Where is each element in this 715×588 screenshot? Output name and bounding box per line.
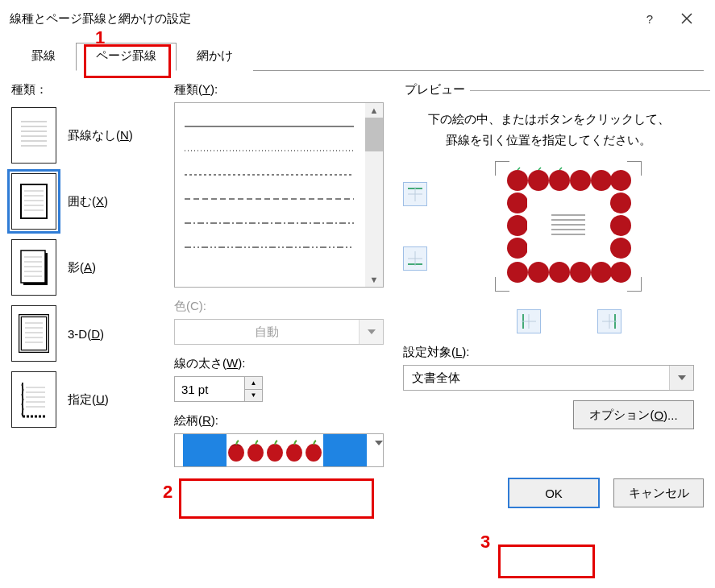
preview-page[interactable] — [500, 166, 637, 287]
setting-custom-thumb — [11, 371, 56, 428]
border-top-toggle[interactable] — [403, 182, 427, 206]
setting-shadow-label: 影(A) — [68, 260, 96, 275]
color-dropdown[interactable]: 自動 — [174, 319, 384, 345]
width-spinner[interactable]: 31 pt ▲ ▼ — [174, 376, 263, 402]
tab-border[interactable]: 罫線 — [11, 43, 76, 71]
style-label: 種類(Y): — [174, 82, 384, 97]
tab-page-border[interactable]: ページ罫線 — [76, 43, 177, 71]
style-scrollbar[interactable]: ▲ ▼ — [365, 103, 383, 287]
svg-point-50 — [528, 170, 549, 191]
svg-point-39 — [247, 444, 264, 462]
svg-point-61 — [507, 193, 528, 213]
setting-none-label: 罫線なし(N) — [68, 128, 133, 143]
svg-rect-20 — [20, 316, 48, 351]
tab-shading[interactable]: 網かけ — [177, 43, 253, 71]
art-dropdown[interactable] — [174, 433, 384, 467]
setting-none-thumb — [11, 107, 56, 164]
apply-to-value: 文書全体 — [404, 371, 669, 386]
art-label: 絵柄(R): — [174, 413, 384, 429]
svg-point-53 — [591, 170, 612, 191]
cancel-button[interactable]: キャンセル — [613, 478, 704, 507]
border-right-toggle[interactable] — [597, 309, 621, 333]
border-left-toggle[interactable] — [517, 309, 541, 333]
svg-point-60 — [610, 262, 631, 283]
style-dash-fine[interactable] — [185, 163, 355, 187]
svg-point-40 — [267, 444, 283, 462]
setting-custom[interactable]: 指定(U) — [11, 366, 164, 433]
setting-custom-label: 指定(U) — [68, 392, 109, 408]
preview-page-content-icon — [527, 193, 609, 259]
svg-point-59 — [591, 262, 612, 283]
chevron-down-icon — [669, 366, 693, 390]
style-dashdot[interactable] — [185, 211, 355, 235]
svg-point-65 — [610, 215, 631, 236]
chevron-down-icon — [359, 320, 383, 344]
svg-point-63 — [507, 238, 528, 259]
chevron-down-icon — [375, 434, 383, 466]
annotation-number-3: 3 — [480, 532, 490, 553]
apply-to-label: 設定対象(L): — [403, 345, 694, 360]
setting-none[interactable]: 罫線なし(N) — [11, 102, 164, 168]
style-dash[interactable] — [185, 187, 355, 211]
spinner-up-icon[interactable]: ▲ — [245, 377, 262, 390]
setting-box-thumb — [11, 173, 56, 230]
width-value[interactable]: 31 pt — [175, 383, 244, 396]
width-label: 線の太さ(W): — [174, 356, 384, 371]
svg-point-58 — [570, 262, 591, 283]
svg-line-68 — [538, 168, 541, 170]
svg-point-62 — [507, 215, 528, 236]
svg-line-67 — [518, 168, 520, 170]
style-dotted[interactable] — [185, 139, 355, 163]
svg-point-66 — [610, 238, 631, 259]
color-value: 自動 — [175, 325, 359, 340]
setting-box-label: 囲む(X) — [68, 194, 108, 209]
setting-3d-thumb — [11, 305, 56, 362]
scroll-thumb[interactable] — [365, 118, 383, 151]
style-listbox[interactable]: ▲ ▼ — [174, 102, 384, 288]
color-label: 色(C): — [174, 299, 384, 314]
style-solid[interactable] — [185, 114, 355, 139]
dialog-title: 線種とページ罫線と網かけの設定 — [10, 11, 631, 27]
preview-hint: 下の絵の中、またはボタンをクリックして、罫線を引く位置を指定してください。 — [403, 101, 694, 166]
svg-rect-19 — [20, 316, 48, 351]
tab-strip: 罫線 ページ罫線 網かけ — [11, 42, 704, 71]
border-bottom-toggle[interactable] — [403, 246, 427, 271]
help-button[interactable]: ? — [631, 6, 668, 31]
annotation-highlight-3 — [498, 545, 595, 578]
svg-point-55 — [507, 262, 528, 283]
svg-point-56 — [528, 262, 549, 283]
setting-3d-label: 3-D(D) — [68, 327, 104, 341]
svg-rect-6 — [21, 184, 47, 218]
close-button[interactable] — [668, 6, 705, 31]
setting-shadow[interactable]: 影(A) — [11, 234, 164, 300]
options-button[interactable]: オプション(O)... — [573, 400, 694, 429]
setting-box[interactable]: 囲む(X) — [11, 168, 164, 234]
art-apples-preview — [227, 434, 323, 466]
close-icon — [681, 13, 692, 24]
svg-point-42 — [306, 444, 322, 462]
setting-3d[interactable]: 3-D(D) — [11, 300, 164, 366]
svg-point-57 — [549, 262, 570, 283]
ok-button[interactable]: OK — [509, 478, 599, 507]
svg-point-54 — [610, 170, 631, 191]
svg-point-38 — [228, 444, 244, 462]
svg-point-49 — [507, 170, 528, 191]
apply-to-dropdown[interactable]: 文書全体 — [403, 365, 694, 391]
style-dashdotdot[interactable] — [185, 235, 355, 259]
scroll-down-icon[interactable]: ▼ — [365, 272, 383, 287]
setting-label: 種類： — [11, 82, 164, 97]
setting-shadow-thumb — [11, 239, 56, 296]
spinner-down-icon[interactable]: ▼ — [245, 390, 262, 402]
scroll-up-icon[interactable]: ▲ — [365, 103, 383, 118]
svg-point-64 — [610, 193, 631, 213]
svg-point-52 — [570, 170, 591, 191]
svg-line-69 — [559, 168, 562, 170]
svg-point-41 — [286, 444, 302, 462]
svg-point-51 — [549, 170, 570, 191]
